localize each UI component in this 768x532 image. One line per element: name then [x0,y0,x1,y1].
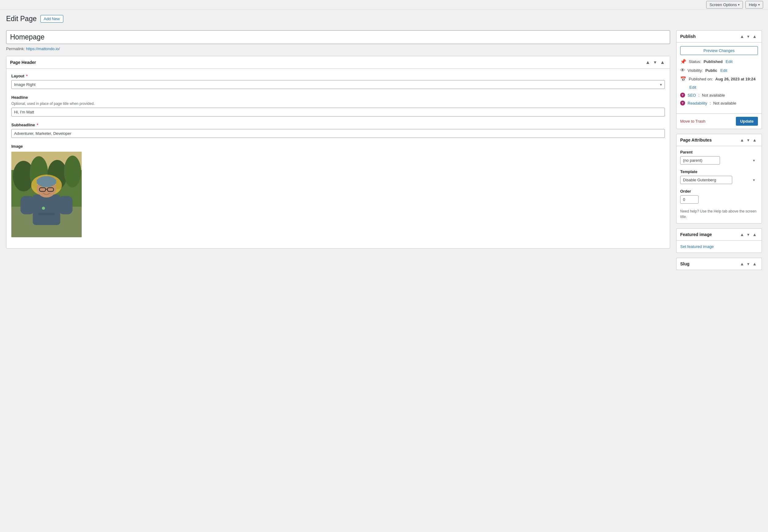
permalink-row: Permalink: https://mattondo.io/ [6,46,670,51]
featured-image-box: Featured image ▲ ▾ ▲ Set featured image [676,228,762,253]
readability-separator: : [710,101,711,105]
preview-changes-button[interactable]: Preview Changes [680,46,758,55]
yoast-readability-icon: Y [680,101,685,105]
status-edit-link[interactable]: Edit [726,59,733,64]
published-edit-link[interactable]: Edit [689,85,696,90]
svg-point-5 [64,156,81,187]
publish-ctrl-btns: ▲ ▾ ▲ [739,34,758,39]
svg-point-19 [42,207,45,210]
parent-label: Parent [680,150,758,154]
help-text: Need help? Use the Help tab above the sc… [680,209,758,220]
headline-label: Headline [11,95,665,100]
slug-header: Slug ▲ ▾ ▲ [677,258,762,270]
subheadline-input[interactable] [11,129,665,138]
order-label: Order [680,189,758,194]
template-label: Template [680,169,758,174]
visibility-edit-link[interactable]: Edit [720,68,727,73]
svg-rect-10 [33,194,60,225]
image-preview [11,152,82,237]
page-header-metabox-header[interactable]: Page Header ▲ ▾ ▲ [6,56,670,69]
featured-image-body: Set featured image [677,241,762,253]
move-to-trash-link[interactable]: Move to Trash [680,119,705,124]
featured-image-up-button[interactable]: ▲ [739,232,745,237]
subheadline-field-group: Subheadline * [11,123,665,138]
page-attr-down-button[interactable]: ▾ [746,137,751,143]
layout-required-star: * [26,74,28,78]
parent-select[interactable]: (no parent) [680,156,720,164]
template-field-group: Template Disable Gutenberg Default Templ… [680,169,758,184]
add-new-button[interactable]: Add New [40,15,63,23]
status-value: Published [703,59,722,64]
slug-title: Slug [680,261,689,266]
permalink-label: Permalink: [6,46,25,51]
headline-field-group: Headline Optional, used in place of page… [11,95,665,116]
publish-toggle-button[interactable]: ▲ [751,34,758,39]
page-attributes-header: Page Attributes ▲ ▾ ▲ [677,134,762,146]
permalink-url[interactable]: https://mattondo.io/ [26,46,60,51]
svg-rect-18 [59,196,72,214]
featured-image-toggle-button[interactable]: ▲ [751,232,758,237]
publish-box: Publish ▲ ▾ ▲ Preview Changes 📌 Status: … [676,30,762,129]
subheadline-label: Subheadline * [11,123,665,127]
order-field-group: Order [680,189,758,204]
slug-up-button[interactable]: ▲ [739,261,745,267]
page-title: Edit Page [6,15,37,23]
image-field-group: Image [11,144,665,237]
page-header-metabox-body: Layout * Image Right Image Left Text Onl… [6,69,670,248]
metabox-toggle-button[interactable]: ▲ [659,59,666,65]
help-chevron-icon: ▾ [758,3,760,6]
page-header-area: Edit Page Add New [0,10,768,30]
visibility-value: Public [705,68,717,73]
page-header-metabox: Page Header ▲ ▾ ▲ Layout * Image Ri [6,56,670,249]
slug-down-button[interactable]: ▾ [746,261,751,267]
publish-up-button[interactable]: ▲ [739,34,745,39]
template-select-arrow-icon: ▾ [753,178,755,182]
layout-label: Layout * [11,74,665,78]
page-attributes-box: Page Attributes ▲ ▾ ▲ Parent (no parent)… [676,134,762,224]
top-bar: Screen Options ▾ Help ▾ [0,0,768,10]
help-button[interactable]: Help ▾ [745,1,763,9]
parent-select-wrapper: (no parent) ▾ [680,156,758,164]
slug-box: Slug ▲ ▾ ▲ [676,258,762,270]
screen-options-button[interactable]: Screen Options ▾ [706,1,743,9]
publish-box-body: Preview Changes 📌 Status: Published Edit… [677,42,762,112]
readability-link[interactable]: Readability [688,101,707,105]
template-select[interactable]: Disable Gutenberg Default Template [680,176,732,184]
published-on-row: 📅 Published on: Aug 26, 2023 at 19:24 [680,76,758,82]
screen-options-chevron-icon: ▾ [738,3,740,6]
image-container[interactable] [11,152,82,237]
layout-select-wrapper: Image Right Image Left Text Only ▾ [11,80,665,89]
page-attr-toggle-button[interactable]: ▲ [751,137,758,143]
seo-link[interactable]: SEO [688,93,696,98]
layout-select[interactable]: Image Right Image Left Text Only [11,80,665,89]
featured-image-down-button[interactable]: ▾ [746,232,751,237]
screen-options-label: Screen Options [710,2,737,7]
featured-image-title: Featured image [680,232,712,237]
update-button[interactable]: Update [736,117,758,126]
page-header-metabox-title: Page Header [10,60,36,65]
right-column: Publish ▲ ▾ ▲ Preview Changes 📌 Status: … [676,30,762,275]
page-title-input[interactable] [6,30,670,44]
slug-toggle-button[interactable]: ▲ [751,261,758,267]
page-title-row: Edit Page Add New [6,15,762,23]
order-input[interactable] [680,195,699,204]
featured-image-ctrl-btns: ▲ ▾ ▲ [739,232,758,237]
parent-field-group: Parent (no parent) ▾ [680,150,758,164]
publish-down-button[interactable]: ▾ [746,34,751,39]
svg-rect-20 [38,213,55,215]
page-attr-up-button[interactable]: ▲ [739,137,745,143]
metabox-collapse-down-button[interactable]: ▾ [653,59,658,65]
headline-description: Optional, used in place of page title wh… [11,102,665,106]
headline-input[interactable] [11,108,665,116]
yoast-seo-icon: Y [680,93,685,98]
set-featured-image-link[interactable]: Set featured image [680,244,714,249]
page-attributes-title: Page Attributes [680,138,712,142]
seo-separator: : [698,93,700,98]
visibility-row: 👁 Visibility: Public Edit [680,68,758,73]
publish-footer: Move to Trash Update [677,113,762,129]
metabox-collapse-up-button[interactable]: ▲ [644,59,652,65]
featured-image-header: Featured image ▲ ▾ ▲ [677,229,762,241]
publish-box-header: Publish ▲ ▾ ▲ [677,31,762,42]
page-attributes-body: Parent (no parent) ▾ Template Disable Gu… [677,146,762,223]
status-row: 📌 Status: Published Edit [680,59,758,65]
